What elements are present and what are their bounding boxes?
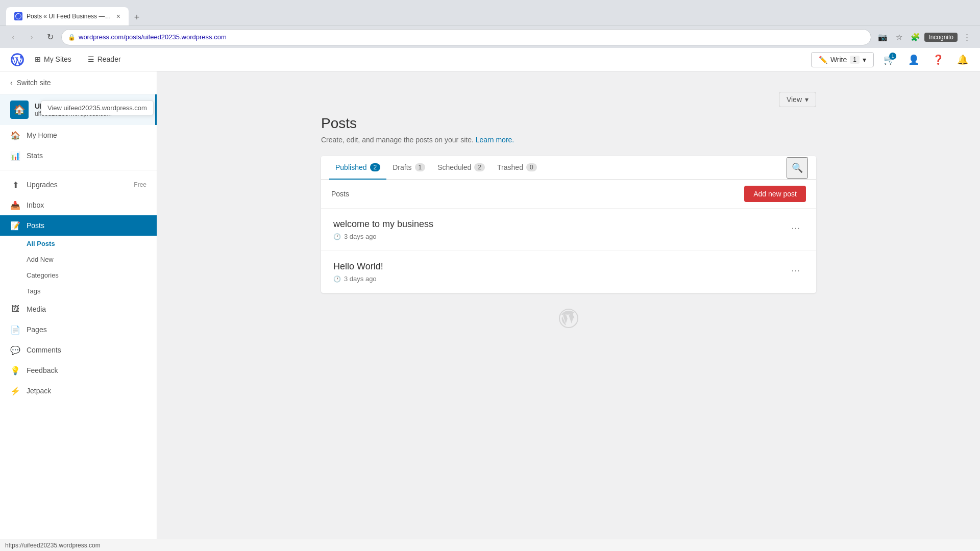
post-info: welcome to my business 🕐 3 days ago (333, 219, 433, 240)
add-new-post-button[interactable]: Add new post (744, 186, 806, 202)
incognito-badge: Incognito (924, 33, 958, 42)
browser-tab-active[interactable]: Posts « UI Feed Business — Word... × (6, 7, 129, 26)
wp-logo[interactable] (8, 51, 27, 69)
tab-scheduled[interactable]: Scheduled 2 (431, 156, 491, 180)
sidebar-item-upgrades[interactable]: ⬆ Upgrades Free (0, 174, 157, 195)
sidebar-item-jetpack[interactable]: ⚡ Jetpack (0, 381, 157, 401)
tab-favicon (14, 12, 22, 20)
tab-drafts-count: 1 (415, 163, 426, 171)
page-subtitle-text: Create, edit, and manage the posts on yo… (321, 136, 474, 144)
tab-trashed[interactable]: Trashed 0 (491, 156, 543, 180)
posts-tabs: Published 2 Drafts 1 Scheduled 2 Trashed… (321, 156, 816, 180)
help-button[interactable]: ❓ (929, 51, 947, 69)
switch-site-label: Switch site (17, 79, 51, 87)
reader-label: Reader (97, 55, 121, 63)
sidebar-item-my-home[interactable]: 🏠 My Home (0, 125, 157, 145)
sidebar-item-inbox[interactable]: 📥 Inbox (0, 195, 157, 215)
sidebar: ‹ Switch site 🏠 UI Feed Business uifeed2… (0, 71, 157, 551)
refresh-button[interactable]: ↻ (43, 30, 57, 44)
page-subtitle: Create, edit, and manage the posts on yo… (321, 136, 816, 144)
tab-close-button[interactable]: × (116, 12, 120, 20)
post-title[interactable]: welcome to my business (333, 219, 433, 230)
post-meta: 🕐 3 days ago (333, 233, 433, 240)
post-time-ago: 3 days ago (344, 275, 377, 283)
add-new-label: Add New (27, 256, 54, 263)
subnav-categories[interactable]: Categories (0, 267, 157, 283)
back-button[interactable]: ‹ (6, 30, 20, 44)
extension-icon[interactable]: 🧩 (908, 30, 922, 44)
cart-badge: 1 (889, 53, 896, 60)
reader-nav[interactable]: ☰ Reader (80, 48, 129, 71)
page-title: Posts (321, 115, 816, 132)
sidebar-item-pages-label: Pages (27, 325, 146, 334)
posts-icon: 📝 (10, 220, 20, 231)
posts-container: Published 2 Drafts 1 Scheduled 2 Trashed… (321, 156, 816, 293)
notifications-button[interactable]: 🔔 (953, 51, 972, 69)
url-text: wordpress.com/posts/uifeed20235.wordpres… (79, 33, 865, 41)
address-bar[interactable]: 🔒 wordpress.com/posts/uifeed20235.wordpr… (61, 29, 871, 45)
cart-button[interactable]: 🛒 1 (880, 51, 898, 69)
site-icon: 🏠 (10, 101, 29, 119)
status-url: https://uifeed20235.wordpress.com (5, 542, 101, 549)
search-icon: 🔍 (792, 163, 803, 173)
forward-button[interactable]: › (24, 30, 39, 44)
avatar-button[interactable]: 👤 (904, 51, 923, 69)
sidebar-item-stats[interactable]: 📊 Stats (0, 145, 157, 166)
new-tab-button[interactable]: + (129, 9, 145, 26)
sidebar-item-comments[interactable]: 💬 Comments (0, 340, 157, 360)
post-more-button[interactable]: ··· (787, 261, 804, 279)
switch-site-button[interactable]: ‹ Switch site (0, 71, 157, 94)
categories-label: Categories (27, 271, 59, 279)
toolbar-posts-label: Posts (331, 190, 349, 198)
tab-drafts-label: Drafts (393, 163, 411, 171)
my-sites-nav[interactable]: ⊞ My Sites (27, 48, 80, 71)
bookmark-icon[interactable]: ☆ (892, 30, 906, 44)
media-icon: 🖼 (10, 304, 20, 314)
sidebar-item-posts[interactable]: 📝 Posts (0, 215, 157, 236)
post-title[interactable]: Hello World! (333, 261, 383, 272)
sidebar-item-stats-label: Stats (27, 152, 146, 160)
comments-icon: 💬 (10, 345, 20, 355)
write-button[interactable]: ✏️ Write 1 ▾ (811, 52, 874, 67)
back-arrow-icon: ‹ (10, 79, 13, 87)
view-label: View (787, 95, 802, 104)
view-button[interactable]: View ▾ (779, 92, 816, 107)
browser-menu-button[interactable]: ⋮ (960, 30, 974, 44)
clock-icon: 🕐 (333, 233, 341, 240)
sidebar-nav: 🏠 My Home 📊 Stats ⬆ Upgrades Free 📥 Inbo… (0, 125, 157, 551)
post-more-button[interactable]: ··· (787, 219, 804, 237)
stats-icon: 📊 (10, 151, 20, 161)
feedback-icon: 💡 (10, 365, 20, 375)
status-bar: https://uifeed20235.wordpress.com (0, 539, 980, 551)
camera-icon[interactable]: 📷 (875, 30, 890, 44)
sidebar-item-jetpack-label: Jetpack (27, 387, 146, 395)
sidebar-item-media[interactable]: 🖼 Media (0, 299, 157, 319)
posts-toolbar: Posts Add new post (321, 180, 816, 209)
subnav-tags[interactable]: Tags (0, 283, 157, 299)
sidebar-item-my-home-label: My Home (27, 131, 146, 139)
tab-published[interactable]: Published 2 (329, 156, 386, 180)
tags-label: Tags (27, 287, 40, 295)
post-actions: ··· (787, 261, 804, 279)
post-item: welcome to my business 🕐 3 days ago ··· (321, 209, 816, 251)
clock-icon: 🕐 (333, 276, 341, 283)
sidebar-item-posts-label: Posts (27, 221, 146, 230)
site-item[interactable]: 🏠 UI Feed Business uifeed20235.wordpress… (0, 94, 157, 125)
wp-footer-icon (558, 308, 579, 331)
search-button[interactable]: 🔍 (787, 157, 808, 179)
posts-subnav: All Posts Add New Categories Tags (0, 236, 157, 299)
sidebar-item-pages[interactable]: 📄 Pages (0, 319, 157, 340)
subnav-add-new[interactable]: Add New (0, 252, 157, 267)
content-footer (321, 293, 816, 346)
notifications-icon: 🔔 (957, 54, 968, 65)
tab-drafts[interactable]: Drafts 1 (386, 156, 431, 180)
my-sites-label: My Sites (44, 55, 71, 63)
post-item: Hello World! 🕐 3 days ago ··· (321, 251, 816, 293)
pen-icon: ✏️ (819, 56, 827, 64)
learn-more-link[interactable]: Learn more. (476, 136, 514, 144)
sidebar-item-feedback[interactable]: 💡 Feedback (0, 360, 157, 381)
subnav-all-posts[interactable]: All Posts (0, 236, 157, 252)
upgrades-icon: ⬆ (10, 180, 20, 190)
tab-published-count: 2 (370, 163, 381, 171)
post-meta: 🕐 3 days ago (333, 275, 383, 283)
